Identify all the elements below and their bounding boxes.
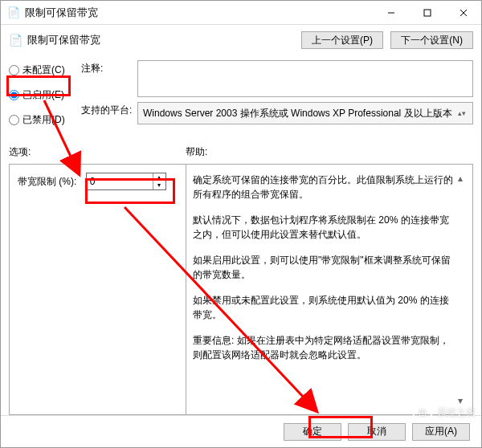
- watermark-icon: ⊞: [413, 403, 432, 422]
- dialog-footer: 确定 取消 应用(A): [1, 415, 481, 447]
- platform-scroll[interactable]: ▴▾: [456, 109, 468, 117]
- options-label: 选项:: [9, 145, 186, 159]
- state-radio-group: 未配置(C) 已启用(E) 已禁用(D): [9, 60, 81, 127]
- radio-disabled-input[interactable]: [9, 115, 19, 125]
- apply-button[interactable]: 应用(A): [412, 423, 470, 441]
- help-label: 帮助:: [186, 145, 473, 159]
- maximize-button[interactable]: [409, 2, 445, 24]
- platform-text: Windows Server 2003 操作系统或 Windows XP Pro…: [143, 107, 452, 120]
- radio-enabled[interactable]: 已启用(E): [9, 88, 81, 102]
- cancel-button[interactable]: 取消: [348, 423, 406, 441]
- radio-enabled-label: 已启用(E): [22, 88, 64, 102]
- header-row: 📄 限制可保留带宽 上一个设置(P) 下一个设置(N): [1, 25, 481, 55]
- comment-label: 注释:: [81, 60, 137, 97]
- policy-icon: 📄: [9, 34, 22, 47]
- header-title: 限制可保留带宽: [27, 33, 100, 47]
- help-p3: 如果启用此设置，则可以使用"带宽限制"框来调整系统可保留的带宽数量。: [193, 253, 455, 282]
- radio-not-configured[interactable]: 未配置(C): [9, 63, 81, 77]
- bandwidth-limit-label: 带宽限制 (%):: [18, 175, 76, 189]
- help-p2: 默认情况下，数据包计划程序将系统限制在 20% 的连接带宽之内，但可以使用此设置…: [193, 213, 455, 242]
- watermark: ⊞ 系统之家: [413, 403, 476, 422]
- radio-disabled[interactable]: 已禁用(D): [9, 113, 81, 127]
- comment-textarea[interactable]: [137, 60, 473, 97]
- next-setting-button[interactable]: 下一个设置(N): [390, 31, 473, 49]
- title-bar: 📄 限制可保留带宽: [1, 1, 481, 25]
- platform-label: 支持的平台:: [81, 102, 137, 124]
- spinner-up-icon[interactable]: ▴: [153, 173, 165, 181]
- help-p4: 如果禁用或未配置此设置，则系统使用默认值为 20% 的连接带宽。: [193, 293, 455, 322]
- prev-setting-button[interactable]: 上一个设置(P): [301, 31, 383, 49]
- help-panel: 确定系统可保留的连接带宽的百分比。此值限制系统上运行的所有程序的组合带宽保留。 …: [186, 164, 473, 415]
- help-p5: 重要信息: 如果在注册表中为特定网络适配器设置带宽限制，则配置该网络适配器时就会…: [193, 333, 455, 362]
- watermark-text: 系统之家: [437, 406, 476, 420]
- svg-rect-1: [424, 10, 431, 16]
- ok-button[interactable]: 确定: [284, 423, 341, 441]
- help-p1: 确定系统可保留的连接带宽的百分比。此值限制系统上运行的所有程序的组合带宽保留。: [193, 173, 455, 202]
- help-scroll[interactable]: ▴▾: [455, 173, 466, 406]
- close-button[interactable]: [445, 2, 481, 24]
- radio-enabled-input[interactable]: [9, 90, 19, 100]
- options-panel: 带宽限制 (%): ▴ ▾: [9, 164, 186, 415]
- platform-box: Windows Server 2003 操作系统或 Windows XP Pro…: [137, 102, 473, 124]
- radio-not-configured-input[interactable]: [9, 65, 19, 75]
- bandwidth-input[interactable]: [87, 173, 153, 189]
- minimize-button[interactable]: [373, 2, 409, 24]
- radio-not-configured-label: 未配置(C): [22, 63, 65, 77]
- window-title: 限制可保留带宽: [25, 6, 373, 20]
- bandwidth-spinner[interactable]: ▴ ▾: [86, 173, 166, 190]
- spinner-down-icon[interactable]: ▾: [153, 181, 165, 189]
- app-icon: 📄: [7, 6, 20, 18]
- radio-disabled-label: 已禁用(D): [22, 113, 65, 127]
